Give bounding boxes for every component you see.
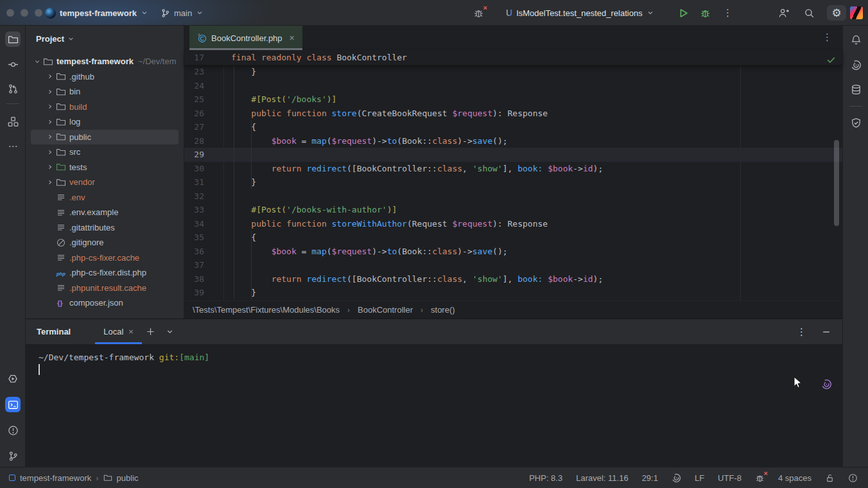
tree-item-tests[interactable]: tests <box>31 160 178 175</box>
tree-item-build[interactable]: build <box>31 100 178 115</box>
code-line-29[interactable]: 29 <box>184 148 842 162</box>
statusbar-folder[interactable]: public <box>117 473 139 483</box>
sidebar-item-structure[interactable] <box>5 114 21 129</box>
tree-item--php-cs-fixer-dist-php[interactable]: php.php-cs-fixer.dist.php <box>31 265 178 281</box>
tree-item--env-example[interactable]: .env.example <box>31 205 178 220</box>
tree-item-log[interactable]: log <box>31 114 178 130</box>
tab-bookcontroller[interactable]: BookController.php × <box>189 26 302 50</box>
search-everywhere-button[interactable] <box>804 0 815 26</box>
code-line-36[interactable]: 36 $book = map($request)->to(Book::class… <box>184 245 842 259</box>
code-area[interactable]: 23 }2425 #[Post('/books')]26 public func… <box>184 65 842 301</box>
tree-expander[interactable] <box>45 148 55 156</box>
line-number[interactable]: 23 <box>184 65 223 79</box>
breadcrumb-item[interactable]: \Tests\Tempest\Fixtures\Modules\Books <box>193 305 340 315</box>
code-line-24[interactable]: 24 <box>184 79 842 93</box>
line-number[interactable]: 29 <box>184 148 223 162</box>
hide-terminal-button[interactable] <box>822 327 831 336</box>
tree-item--gitignore[interactable]: .gitignore <box>31 235 178 250</box>
project-panel-header[interactable]: Project <box>26 26 184 44</box>
chevron-down-icon[interactable] <box>33 58 41 65</box>
close-icon[interactable]: × <box>290 33 295 43</box>
line-number[interactable]: 24 <box>184 79 223 93</box>
chevron-right-icon[interactable] <box>46 163 54 171</box>
sidebar-item-pull-requests[interactable] <box>5 81 21 96</box>
sticky-line[interactable]: 17final readonly class BookController <box>184 50 842 65</box>
sidebar-item-version-control[interactable] <box>5 448 21 464</box>
statusbar-unlocked-icon[interactable] <box>825 473 835 483</box>
line-number[interactable]: 17 <box>184 50 223 65</box>
line-number[interactable]: 31 <box>184 175 223 189</box>
line-number[interactable]: 26 <box>184 107 223 121</box>
window-close-button[interactable] <box>6 9 14 17</box>
line-number[interactable]: 36 <box>184 245 223 259</box>
sidebar-item-notifications[interactable] <box>848 32 864 48</box>
tree-item-public[interactable]: public <box>31 130 178 145</box>
tree-item--github[interactable]: .github <box>31 69 178 85</box>
chevron-right-icon[interactable] <box>46 103 54 110</box>
code-line-32[interactable]: 32 <box>184 189 842 204</box>
code-line-30[interactable]: 30 return redirect([BookController::clas… <box>184 162 842 176</box>
sidebar-item-problems[interactable] <box>5 423 21 438</box>
close-icon[interactable]: × <box>128 327 134 336</box>
code-line-37[interactable]: 37 <box>184 258 842 272</box>
terminal-ai-button[interactable] <box>821 379 832 390</box>
tree-item-tempest-framework[interactable]: tempest-framework~/Dev/tem <box>31 54 178 69</box>
code-line-31[interactable]: 31 } <box>184 175 842 189</box>
inspections-widget[interactable] <box>826 55 836 65</box>
tree-item--phpunit-result-cache[interactable]: .phpunit.result.cache <box>31 281 178 296</box>
sidebar-item-terminal[interactable] <box>5 397 21 412</box>
settings-button[interactable]: ⚙ <box>827 0 846 26</box>
code-line-39[interactable]: 39 } <box>184 286 842 300</box>
statusbar-debugger-disabled-icon[interactable]: × <box>755 473 765 483</box>
tree-item--php-cs-fixer-cache[interactable]: .php-cs-fixer.cache <box>31 250 178 266</box>
statusbar-problems-icon[interactable] <box>848 473 858 483</box>
tree-expander[interactable] <box>45 179 55 186</box>
more-run-actions-button[interactable]: ⋮ <box>723 0 733 26</box>
chevron-right-icon[interactable] <box>46 179 54 186</box>
tree-item-bin[interactable]: bin <box>31 84 178 100</box>
tree-item--gitattributes[interactable]: .gitattributes <box>31 220 178 236</box>
project-widget[interactable]: tempest-framework <box>45 0 148 26</box>
code-with-me-button[interactable] <box>778 0 790 26</box>
line-number[interactable]: 39 <box>184 286 223 300</box>
code-line-26[interactable]: 26 public function store(CreateBookReque… <box>184 107 842 121</box>
code-line-28[interactable]: 28 $book = map($request)->to(Book::class… <box>184 134 842 148</box>
debug-button[interactable] <box>700 0 711 26</box>
tree-expander[interactable] <box>45 163 55 171</box>
statusbar-laravel-11.16[interactable]: Laravel: 11.16 <box>576 473 628 483</box>
run-configuration-widget[interactable]: U IsModelTest.test_nested_relations <box>506 0 654 26</box>
chevron-right-icon[interactable] <box>46 148 54 156</box>
window-controls[interactable] <box>6 9 42 17</box>
branch-widget[interactable]: main <box>161 0 204 26</box>
window-minimize-button[interactable] <box>21 9 28 17</box>
statusbar-29-1[interactable]: 29:1 <box>642 473 658 483</box>
terminal-panel[interactable]: Terminal Local × ⋮ ~/Dev/tempest-framewo… <box>26 318 842 467</box>
line-number[interactable]: 35 <box>184 231 223 245</box>
tree-expander[interactable] <box>45 73 55 80</box>
terminal-options-button[interactable]: ⋮ <box>797 326 806 338</box>
sidebar-item-security[interactable] <box>848 115 864 130</box>
tab-options-button[interactable]: ⋮ <box>822 31 832 43</box>
line-number[interactable]: 25 <box>184 92 223 107</box>
line-number[interactable]: 37 <box>184 258 223 272</box>
code-line-25[interactable]: 25 #[Post('/books')] <box>184 92 842 107</box>
editor-scrollbar-thumb[interactable] <box>834 140 839 226</box>
statusbar-4-spaces[interactable]: 4 spaces <box>778 473 812 483</box>
terminal-output[interactable]: ~/Dev/tempest-framework git:[main] <box>26 344 842 467</box>
window-zoom-button[interactable] <box>35 9 42 17</box>
tree-expander[interactable] <box>45 88 55 96</box>
chevron-right-icon[interactable] <box>46 133 54 141</box>
tree-item--env[interactable]: .env <box>31 190 178 205</box>
code-line-34[interactable]: 34 public function storeWithAuthor(Reque… <box>184 217 842 231</box>
chevron-right-icon[interactable] <box>46 118 54 126</box>
code-line-38[interactable]: 38 return redirect([BookController::clas… <box>184 272 842 286</box>
code-line-35[interactable]: 35 { <box>184 231 842 245</box>
terminal-tab-dropdown[interactable] <box>166 327 174 336</box>
statusbar-ai-assistant-icon[interactable] <box>672 473 681 483</box>
tree-expander[interactable] <box>45 103 55 110</box>
tree-item-src[interactable]: src <box>31 144 178 160</box>
line-number[interactable]: 28 <box>184 134 223 148</box>
terminal-tab-local[interactable]: Local × <box>95 319 142 344</box>
tree-expander[interactable] <box>45 133 55 141</box>
sidebar-item-database[interactable] <box>848 82 864 97</box>
